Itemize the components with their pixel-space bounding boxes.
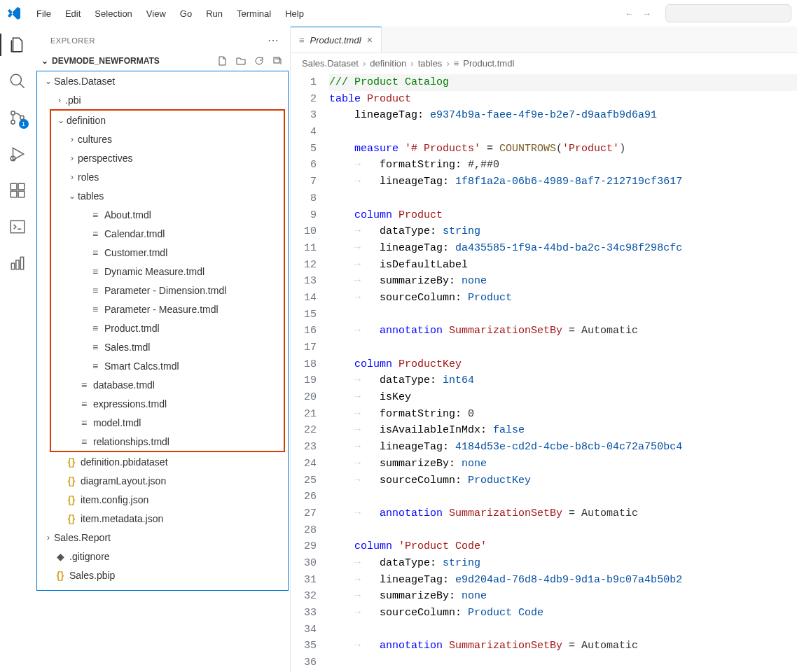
svg-point-2 <box>11 111 14 115</box>
activity-powerbi-icon[interactable] <box>8 253 27 273</box>
file-icon: ≡ <box>78 436 90 447</box>
tree-file[interactable]: ≡About.tmdl <box>51 205 284 224</box>
tree-file[interactable]: ≡relationships.tmdl <box>51 432 284 451</box>
nav-back-icon[interactable]: ← <box>625 8 634 19</box>
svg-rect-12 <box>15 260 18 270</box>
new-folder-icon[interactable] <box>235 55 247 66</box>
command-center-search[interactable] <box>665 4 791 22</box>
tree-file-gitignore[interactable]: ◆.gitignore <box>37 547 288 566</box>
sidebar-more-icon[interactable]: ⋯ <box>268 34 279 47</box>
tree-file[interactable]: ≡Parameter - Dimension.tmdl <box>51 281 284 300</box>
file-icon: ≡ <box>78 417 90 428</box>
menu-selection[interactable]: Selection <box>89 6 137 22</box>
menu-edit[interactable]: Edit <box>60 6 86 22</box>
file-icon: ≡ <box>89 342 102 353</box>
svg-rect-6 <box>11 183 17 190</box>
code-editor[interactable]: 1234567891011121314151617181920212223242… <box>291 73 797 672</box>
menu-terminal[interactable]: Terminal <box>231 6 277 22</box>
activity-explorer-icon[interactable] <box>8 35 27 55</box>
tree-file[interactable]: ≡database.tmdl <box>51 375 284 394</box>
file-icon: ≡ <box>89 209 102 220</box>
menubar: File Edit Selection View Go Run Terminal… <box>0 0 797 27</box>
tree-file[interactable]: ≡Product.tmdl <box>51 318 284 337</box>
svg-rect-13 <box>20 257 23 269</box>
file-icon: ≡ <box>89 285 102 296</box>
file-icon: ≡ <box>89 228 102 239</box>
menu-go[interactable]: Go <box>174 6 197 22</box>
editor-area: ≡ Product.tmdl × Sales.Dataset› definiti… <box>291 27 797 672</box>
file-icon: ≡ <box>89 304 102 315</box>
tree-file[interactable]: ≡Dynamic Measure.tmdl <box>51 262 284 281</box>
activity-search-icon[interactable] <box>8 71 27 91</box>
svg-point-3 <box>11 120 14 124</box>
svg-rect-10 <box>11 220 25 232</box>
tab-close-icon[interactable]: × <box>367 34 373 46</box>
svg-point-0 <box>11 74 21 85</box>
tree-file[interactable]: ≡model.tmdl <box>51 413 284 432</box>
tree-file[interactable]: ≡Sales.tmdl <box>51 337 284 356</box>
file-icon: ≡ <box>89 266 102 277</box>
nav-forward-icon[interactable]: → <box>642 8 651 19</box>
tree-file[interactable]: ≡expressions.tmdl <box>51 394 284 413</box>
tree-folder-definition[interactable]: ⌄definition <box>51 111 284 130</box>
tree-folder-perspectives[interactable]: ›perspectives <box>51 148 284 167</box>
menu-view[interactable]: View <box>141 6 172 22</box>
tree-file[interactable]: ≡Calendar.tmdl <box>51 224 284 243</box>
svg-rect-11 <box>11 263 14 270</box>
menu-run[interactable]: Run <box>200 6 228 22</box>
file-icon: ≡ <box>78 379 90 391</box>
file-icon: ≡ <box>78 398 90 410</box>
refresh-icon[interactable] <box>254 55 265 66</box>
file-icon: ≡ <box>89 360 102 372</box>
breadcrumb[interactable]: Sales.Dataset› definition› tables› ≡Prod… <box>291 53 797 73</box>
svg-rect-9 <box>18 183 25 190</box>
tree-file-definition-pbidataset[interactable]: {}definition.pbidataset <box>37 452 288 471</box>
tree-file[interactable]: ≡Smart Calcs.tmdl <box>51 356 284 375</box>
tree-folder-sales-dataset[interactable]: ⌄Sales.Dataset <box>37 71 288 90</box>
menu-file[interactable]: File <box>31 6 57 22</box>
tree-folder-tables[interactable]: ⌄tables <box>51 186 284 205</box>
tree-file-sales-pbip[interactable]: {}Sales.pbip <box>37 566 288 584</box>
tree-file[interactable]: ≡Customer.tmdl <box>51 243 284 262</box>
file-icon: ≡ <box>89 247 102 258</box>
chevron-down-icon[interactable]: ⌄ <box>39 56 50 66</box>
vscode-logo-icon <box>6 5 22 22</box>
tree-folder-pbi[interactable]: ›.pbi <box>37 90 288 109</box>
menu-help[interactable]: Help <box>279 6 310 22</box>
tab-product-tmdl[interactable]: ≡ Product.tmdl × <box>291 27 382 52</box>
activity-run-debug-icon[interactable] <box>8 144 27 164</box>
workspace-name: DEVMODE_NEWFORMATS <box>52 56 160 66</box>
tree-file[interactable]: ≡Parameter - Measure.tmdl <box>51 300 284 318</box>
tree-folder-cultures[interactable]: ›cultures <box>51 130 284 148</box>
tree-file-item-config[interactable]: {}item.config.json <box>37 490 288 509</box>
explorer-sidebar: EXPLORER ⋯ ⌄ DEVMODE_NEWFORMATS ⌄Sales.D… <box>35 27 291 672</box>
svg-rect-7 <box>11 191 17 197</box>
tabs-row: ≡ Product.tmdl × <box>291 27 797 53</box>
file-icon: ≡ <box>299 35 305 46</box>
collapse-all-icon[interactable] <box>272 55 283 66</box>
source-control-badge: 1 <box>19 119 29 129</box>
activity-bar: 1 <box>0 27 35 672</box>
tree-folder-roles[interactable]: ›roles <box>51 167 284 186</box>
activity-terminal-icon[interactable] <box>8 217 27 237</box>
tab-label: Product.tmdl <box>310 35 361 46</box>
activity-extensions-icon[interactable] <box>8 181 27 200</box>
svg-line-1 <box>20 83 25 88</box>
new-file-icon[interactable] <box>217 55 228 66</box>
tree-folder-sales-report[interactable]: ›Sales.Report <box>37 528 288 547</box>
sidebar-title: EXPLORER <box>50 36 95 45</box>
tree-file-item-metadata[interactable]: {}item.metadata.json <box>37 509 288 528</box>
svg-rect-14 <box>274 57 279 63</box>
tree-file-diagramlayout[interactable]: {}diagramLayout.json <box>37 471 288 490</box>
svg-rect-8 <box>18 191 25 197</box>
file-icon: ≡ <box>89 323 102 334</box>
activity-source-control-icon[interactable]: 1 <box>8 108 27 127</box>
